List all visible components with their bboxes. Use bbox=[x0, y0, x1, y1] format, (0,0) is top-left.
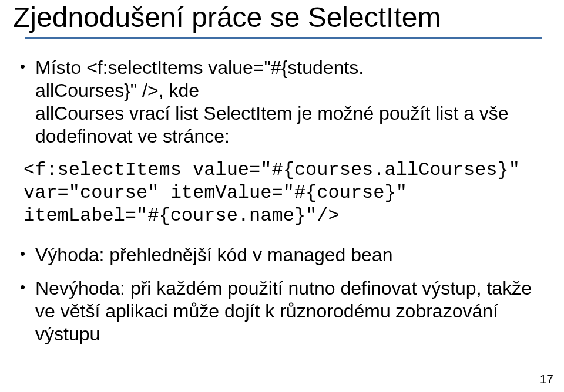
code-block: <f:selectItems value="#{courses.allCours… bbox=[24, 158, 551, 227]
bullet-item: Místo <f:selectItems value="#{students. … bbox=[35, 56, 549, 148]
slide: Zjednodušení práce se SelectItem Místo <… bbox=[0, 0, 564, 392]
bullet-text: Nevýhoda: při každém použití nutno defin… bbox=[35, 278, 532, 344]
slide-title: Zjednodušení práce se SelectItem bbox=[13, 0, 551, 33]
page-number: 17 bbox=[540, 372, 553, 386]
bullet-item: Výhoda: přehlednější kód v managed bean bbox=[35, 244, 549, 266]
bullet-text: Výhoda: přehlednější kód v managed bean bbox=[35, 244, 392, 265]
bullet-text: Místo <f:selectItems value="#{students. bbox=[35, 57, 364, 78]
bullet-list: Výhoda: přehlednější kód v managed bean … bbox=[13, 244, 551, 346]
bullet-item: Nevýhoda: při každém použití nutno defin… bbox=[35, 277, 549, 346]
bullet-text: allCourses vrací list SelectItem je možn… bbox=[35, 103, 509, 147]
bullet-text: allCourses}" />, kde bbox=[35, 80, 199, 101]
bullet-list: Místo <f:selectItems value="#{students. … bbox=[13, 56, 551, 148]
title-underline bbox=[25, 37, 542, 39]
